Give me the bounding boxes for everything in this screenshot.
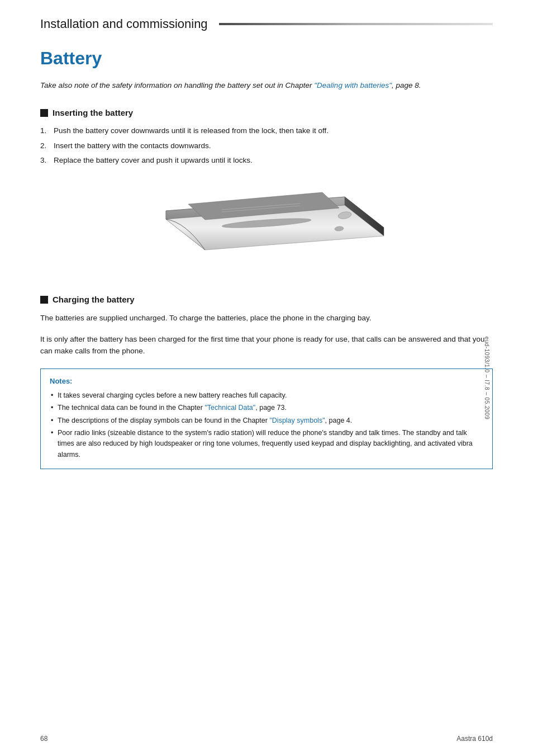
list-item: The technical data can be found in the C… — [50, 403, 483, 413]
header-bar: Installation and commissioning — [40, 17, 493, 31]
section-icon-charging — [40, 296, 48, 304]
charging-para-1: The batteries are supplied uncharged. To… — [40, 312, 493, 324]
display-symbols-link[interactable]: "Display symbols" — [269, 417, 325, 424]
section-icon-inserting — [40, 109, 48, 117]
notes-box: Notes: It takes several charging cycles … — [40, 368, 493, 469]
intro-text-after: , page 8. — [392, 81, 421, 89]
phone-svg-image — [132, 177, 401, 278]
notes-title: Notes: — [50, 376, 483, 387]
phone-illustration — [40, 177, 493, 278]
section-inserting-label: Inserting the battery — [53, 108, 133, 117]
intro-paragraph: Take also note of the safety information… — [40, 80, 493, 91]
header-title: Installation and commissioning — [40, 17, 208, 31]
section-charging-heading: Charging the battery — [40, 295, 493, 304]
list-item: 2. Insert the battery with the contacts … — [40, 140, 493, 152]
list-item: Poor radio links (sizeable distance to t… — [50, 428, 483, 460]
list-item: The descriptions of the display symbols … — [50, 415, 483, 426]
list-item: 3. Replace the battery cover and push it… — [40, 155, 493, 166]
charging-para-2: It is only after the battery has been ch… — [40, 333, 493, 357]
section-charging-label: Charging the battery — [53, 295, 135, 304]
intro-link[interactable]: "Dealing with batteries" — [314, 81, 392, 89]
header-line — [219, 23, 493, 25]
technical-data-link[interactable]: "Technical Data" — [204, 404, 255, 412]
page-number: 68 — [40, 735, 47, 743]
section-inserting-heading: Inserting the battery — [40, 108, 493, 117]
inserting-steps-list: 1. Push the battery cover downwards unti… — [40, 125, 493, 166]
notes-list: It takes several charging cycles before … — [50, 390, 483, 460]
product-name: Aastra 610d — [456, 735, 493, 743]
page: Installation and commissioning Battery T… — [0, 0, 533, 756]
list-item: It takes several charging cycles before … — [50, 390, 483, 401]
footer: 68 Aastra 610d — [40, 735, 493, 743]
main-heading: Battery — [40, 48, 493, 69]
intro-text-before: Take also note of the safety information… — [40, 81, 314, 89]
side-label: eud-1093/1.0 – I7.8 – 05.2009 — [484, 337, 490, 420]
list-item: 1. Push the battery cover downwards unti… — [40, 125, 493, 136]
